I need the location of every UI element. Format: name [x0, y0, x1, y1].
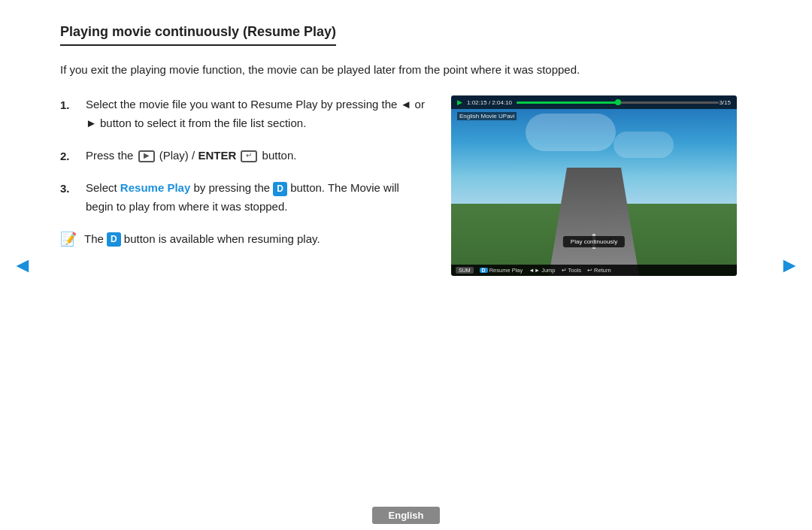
note-area: 📝 The D button is available when resumin… — [60, 230, 429, 249]
progress-fill — [517, 101, 618, 104]
step-3: 3. Select Resume Play by pressing the D … — [60, 179, 429, 217]
resume-play-link: Resume Play — [120, 181, 190, 194]
bottom-btn-jump: ◄► Jump — [529, 267, 555, 274]
nav-arrow-right[interactable]: ► — [779, 253, 800, 277]
progress-section: ▶ 1:02:15 / 2:04:10 — [457, 98, 719, 106]
step-3-num: 3. — [60, 179, 83, 198]
main-content: Playing movie continuously (Resume Play)… — [0, 0, 812, 291]
progress-dot — [615, 99, 621, 105]
road-scene — [451, 95, 737, 276]
time-text: 1:02:15 / 2:04:10 — [467, 99, 512, 106]
english-badge: English — [372, 507, 441, 524]
step-2: 2. Press the ▶ (Play) / ENTER ↵ button. — [60, 147, 429, 166]
osd-popup: Play continuously — [563, 236, 625, 247]
screen-top-bar: ▶ 1:02:15 / 2:04:10 3/15 — [451, 95, 737, 109]
d-button-note: D — [107, 232, 121, 247]
progress-bar — [517, 101, 719, 104]
step-1-num: 1. — [60, 95, 83, 115]
steps-area: 1. Select the movie file you want to Res… — [60, 95, 429, 249]
page-title: Playing movie continuously (Resume Play) — [60, 24, 336, 46]
step-1: 1. Select the movie file you want to Res… — [60, 95, 429, 133]
cloud2 — [614, 132, 674, 158]
step-1-text: Select the movie file you want to Resume… — [86, 95, 429, 133]
screen-bottom-bar: SUM D Resume Play ◄► Jump ↵ Tools ↩ Retu… — [451, 265, 737, 276]
note-icon: 📝 — [60, 231, 78, 247]
bottom-bar: English — [0, 501, 812, 530]
play-triangle: ▶ — [457, 98, 462, 106]
file-label: English Movie UPavi — [457, 112, 517, 120]
d-badge-bottom: D — [480, 268, 488, 273]
cloud1 — [526, 114, 616, 151]
sum-badge: SUM — [456, 267, 474, 274]
step-3-text: Select Resume Play by pressing the D but… — [86, 179, 429, 217]
tv-screen: ▶ 1:02:15 / 2:04:10 3/15 English Movie U… — [451, 95, 737, 276]
bottom-btn-resume: D Resume Play — [480, 267, 523, 274]
bottom-btn-return: ↩ Return — [587, 267, 611, 274]
intro-text: If you exit the playing movie function, … — [60, 61, 737, 79]
count-text: 3/15 — [719, 99, 731, 106]
content-area: 1. Select the movie file you want to Res… — [60, 95, 752, 276]
nav-arrow-left[interactable]: ◄ — [12, 253, 33, 277]
d-button-step3: D — [273, 182, 287, 196]
step-2-text: Press the ▶ (Play) / ENTER ↵ button. — [86, 147, 296, 165]
note-text: The D button is available when resuming … — [84, 230, 320, 249]
play-icon: ▶ — [138, 150, 155, 162]
screen-container: ▶ 1:02:15 / 2:04:10 3/15 English Movie U… — [451, 95, 737, 276]
enter-icon: ↵ — [241, 150, 257, 162]
step-2-num: 2. — [60, 147, 83, 166]
bottom-btn-tools: ↵ Tools — [562, 267, 581, 274]
